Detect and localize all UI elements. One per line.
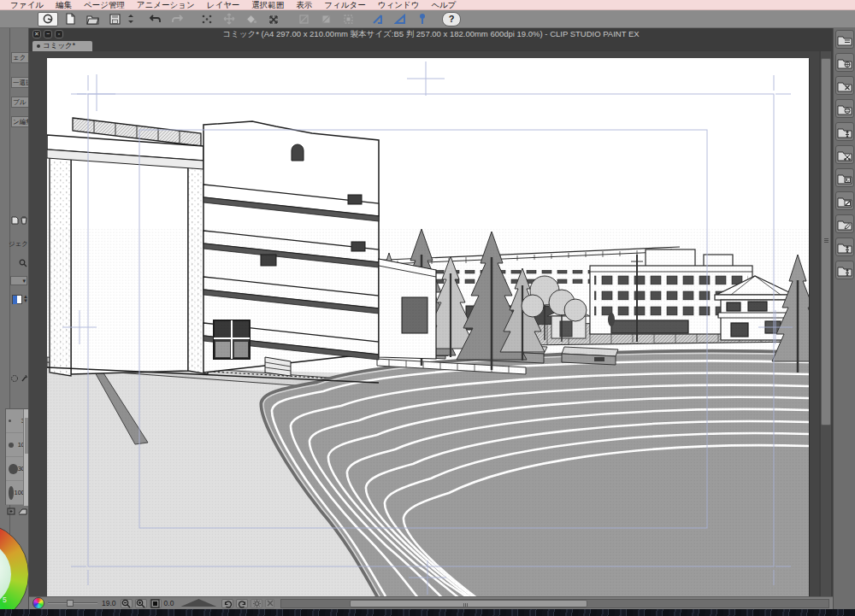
spinner-arrows-icon	[127, 14, 134, 24]
selection-launcher-button[interactable]	[293, 12, 314, 26]
brush-size-scrollbar[interactable]	[23, 409, 28, 506]
menu-page-manage[interactable]: ページ管理	[78, 0, 131, 10]
material-list-button[interactable]	[835, 30, 854, 49]
menu-animation[interactable]: アニメーション	[131, 0, 201, 10]
open-folder-icon	[86, 14, 99, 25]
document-tab-strip: コミック*	[29, 40, 833, 51]
desktop-background-strip	[0, 609, 855, 616]
trash-icon[interactable]	[21, 216, 27, 225]
snap-to-special-ruler-button[interactable]	[390, 12, 410, 26]
move-layer-button[interactable]	[219, 12, 239, 26]
save-options-spinner[interactable]	[127, 12, 135, 26]
menu-view[interactable]: 表示	[290, 0, 318, 10]
rotation-slider[interactable]	[180, 599, 216, 607]
transform-arrows-icon	[268, 14, 280, 25]
zoom-value: 19.0	[102, 599, 116, 607]
modified-dot-icon	[37, 44, 40, 48]
swatch-spinner[interactable]: ▲▼	[23, 295, 28, 303]
menu-layer[interactable]: レイヤー	[201, 0, 246, 10]
material-cut-button[interactable]	[835, 145, 854, 164]
right-palette-dock	[833, 28, 855, 609]
horizontal-scrollbar[interactable]	[280, 599, 829, 608]
command-bar: ?	[0, 10, 855, 28]
undo-button[interactable]	[144, 12, 165, 26]
frame-square-icon	[343, 14, 354, 25]
new-file-button[interactable]	[60, 12, 80, 26]
artwork-scene	[47, 58, 809, 596]
material-pose2-button[interactable]	[835, 238, 854, 256]
tool-property-label: ジェクト]	[9, 240, 29, 249]
subtool-tab-line-edit[interactable]: ン編集	[11, 116, 29, 127]
clip-studio-logo-icon	[42, 13, 54, 25]
brush-size-list[interactable]: 3 10 30 100	[5, 408, 28, 505]
material-pose3-button[interactable]	[835, 261, 854, 279]
menu-bar: ファイル 編集 ページ管理 アニメーション レイヤー 選択範囲 表示 フィルター…	[0, 0, 855, 10]
material-edit-button[interactable]	[835, 191, 854, 210]
subtool-tab-layer-select[interactable]: 一選択	[11, 77, 29, 88]
new-file-icon	[65, 13, 76, 25]
zoom-out-button[interactable]	[121, 599, 133, 608]
rotate-cw-button[interactable]	[236, 599, 248, 608]
redo-button[interactable]	[167, 12, 187, 26]
paint-bucket-icon	[245, 14, 257, 25]
layer-square-icon	[321, 14, 332, 25]
document-title-bar: ✕ − ▫ コミック* (A4 297.00 x 210.00mm 製本サイズ:…	[29, 28, 833, 40]
material-color-pattern-button[interactable]	[835, 53, 854, 72]
canvas-bottom-bar: 19.0 0.0	[29, 596, 833, 609]
canvas-page[interactable]	[47, 58, 809, 596]
clip-studio-logo-button[interactable]	[38, 12, 58, 26]
material-pose-button[interactable]	[835, 122, 854, 141]
subtool-tab-object[interactable]: ェクト	[11, 52, 29, 63]
subtool-tab-sample[interactable]: ブル	[11, 97, 29, 108]
menu-file[interactable]: ファイル	[4, 0, 50, 10]
material-image-button[interactable]	[835, 168, 854, 187]
convert-layer-button[interactable]	[315, 12, 336, 26]
snap-to-grid-button[interactable]	[412, 12, 433, 26]
scale-rotate-button[interactable]	[263, 12, 284, 26]
snap-triangle-icon	[394, 14, 406, 25]
save-file-button[interactable]	[104, 12, 125, 26]
snap-to-ruler-button[interactable]	[368, 12, 388, 26]
material-draw-button[interactable]	[835, 214, 854, 233]
magnifier-icon[interactable]	[19, 259, 27, 267]
canvas-viewport[interactable]	[29, 51, 819, 596]
menu-edit[interactable]: 編集	[50, 0, 78, 10]
deselect-button[interactable]	[197, 12, 217, 26]
zoom-slider-thumb[interactable]	[67, 600, 74, 607]
add-subtool-icon[interactable]	[11, 216, 19, 225]
lasso-icon[interactable]	[10, 374, 19, 383]
zoom-in-button[interactable]	[135, 599, 147, 608]
menu-help[interactable]: ヘルプ	[425, 0, 462, 10]
reset-rotation-button[interactable]	[251, 599, 262, 608]
add-size-icon[interactable]	[7, 507, 15, 515]
open-file-button[interactable]	[82, 12, 103, 26]
rotation-value: 0.0	[164, 599, 174, 607]
fit-to-screen-button[interactable]	[150, 599, 162, 608]
vertical-scrollbar-thumb[interactable]	[821, 58, 831, 425]
document-tab[interactable]: コミック*	[32, 41, 92, 51]
material-monochrome-button[interactable]	[835, 76, 854, 95]
fill-button[interactable]	[241, 12, 262, 26]
help-button[interactable]: ?	[442, 12, 461, 26]
document-tab-label: コミック*	[43, 41, 75, 51]
move-cross-icon	[223, 13, 235, 25]
color-swatch[interactable]	[12, 295, 22, 304]
snap-ruler-icon	[372, 14, 384, 25]
material-image-material-button[interactable]	[835, 99, 854, 118]
horizontal-scrollbar-thumb[interactable]	[350, 600, 587, 607]
wand-icon[interactable]	[21, 374, 28, 383]
color-wheel-tab-icon[interactable]	[32, 597, 44, 609]
document-title: コミック* (A4 297.00 x 210.00mm 製本サイズ:B5 判 2…	[29, 29, 833, 40]
menu-filter[interactable]: フィルター	[318, 0, 371, 10]
frame-border-button[interactable]	[338, 12, 358, 26]
zoom-slider[interactable]	[48, 599, 97, 607]
rotate-ccw-button[interactable]	[221, 599, 233, 608]
property-dropdown[interactable]: ▾	[10, 276, 27, 285]
vertical-scrollbar[interactable]	[819, 51, 833, 596]
menu-selection[interactable]: 選択範囲	[245, 0, 290, 10]
help-question-icon: ?	[449, 14, 455, 24]
flip-view-button[interactable]	[265, 599, 274, 608]
snap-pin-icon	[418, 13, 427, 25]
menu-window[interactable]: ウィンドウ	[372, 0, 426, 10]
delete-size-icon[interactable]	[18, 507, 27, 515]
